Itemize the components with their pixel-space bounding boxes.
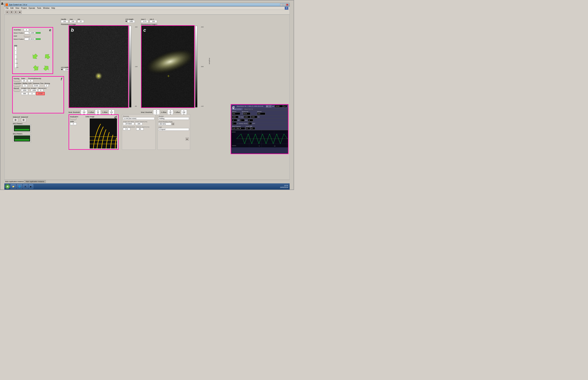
arrow-downright[interactable] <box>43 65 50 71</box>
exposure-value[interactable]: 0.033 <box>33 84 40 87</box>
db2-val[interactable]: -3 <box>248 119 253 121</box>
time-date: 13:31 15/03/2018 <box>280 185 289 188</box>
db3-val[interactable]: 0 <box>232 122 237 125</box>
sec-value[interactable]: 44100 <box>275 105 283 107</box>
db1-val[interactable]: -3 <box>232 119 237 121</box>
path-btn[interactable]: ▶ <box>185 138 189 140</box>
toolbar-stop-btn[interactable]: ■ <box>18 11 22 14</box>
max2-value[interactable]: 1170 <box>141 20 148 23</box>
wave1-type[interactable]: sine <box>232 113 240 115</box>
max-value[interactable]: 249 <box>70 20 76 23</box>
arrow-upright[interactable] <box>43 53 50 59</box>
amplitude-label-c: Amplitude <box>209 58 210 64</box>
scan-step-label: ScanStep <box>14 29 23 31</box>
des-val[interactable]: 0 <box>240 119 244 121</box>
taskbar-btn-3[interactable]: ⚙ <box>23 184 28 189</box>
motor2-value[interactable]: 20.9033 <box>24 38 35 40</box>
binalization-btn[interactable] <box>70 118 77 120</box>
bandlimit-value[interactable]: None <box>243 113 250 115</box>
level1[interactable]: 1C <box>246 127 250 130</box>
level2[interactable]: 2C <box>250 127 255 130</box>
aoi-height-value[interactable]: 1080 <box>127 20 135 23</box>
fluorescence2-title: Fluorescence Image 2 <box>141 23 157 25</box>
fluorescence-title: Fluorescence Image <box>61 23 76 25</box>
homing-btn[interactable] <box>14 79 20 82</box>
shutter-label: Shutter <box>159 115 189 117</box>
start-btn[interactable]: ⊞ <box>5 184 10 189</box>
taskbar-btn-2[interactable]: 🌐 <box>17 184 22 189</box>
freq2-value[interactable]: 1000 <box>251 116 257 118</box>
wave1-label: Wave1 <box>232 111 241 113</box>
pixel-readout-expand[interactable]: ⊞ <box>172 123 174 125</box>
wg-icon2[interactable]: □ <box>269 105 271 107</box>
ratio-value[interactable]: 10 <box>21 79 27 82</box>
motor1-value[interactable]: 72.1686 <box>24 32 35 34</box>
record-btn[interactable] <box>14 89 20 92</box>
slider-val-6: 0.0001 <box>15 67 16 68</box>
acquisition-btn[interactable] <box>14 84 20 87</box>
toolbar-back-btn[interactable]: ⬅ <box>5 11 9 14</box>
preamp-dropdown[interactable]: 11-bit (low noise) <box>123 117 154 120</box>
none-checkbox[interactable]: □ <box>242 113 243 114</box>
arrow-upleft[interactable] <box>32 53 39 59</box>
scan-step-value[interactable]: 0 <box>24 29 29 31</box>
app-title: Zyla Control ver. 2.6.vi <box>9 4 27 6</box>
lch-rch-select[interactable]: Lch + Rch ▼ <box>232 127 245 130</box>
display-cycle-value[interactable]: 5 <box>22 84 28 87</box>
motor2-bar <box>36 38 41 40</box>
status-tab[interactable]: Main Application Instance <box>24 180 46 183</box>
bar-label: Bar <box>241 116 243 118</box>
path-value[interactable]: D:\spool <box>159 128 189 131</box>
db-label1: dB <box>238 119 239 121</box>
toolbar-run-btn[interactable]: ⚙ <box>10 11 13 14</box>
sa-value[interactable]: 1000 <box>244 116 250 118</box>
menu-window[interactable]: Window <box>43 7 49 9</box>
menu-project[interactable]: Project <box>21 7 27 9</box>
delta-image-title: Delta Image <box>85 116 94 118</box>
pixel-readout-label: Pixel Readout Rate <box>159 121 189 123</box>
preamp-label: PreAmp <box>123 115 154 117</box>
maximize-btn[interactable]: □ <box>283 4 286 6</box>
images-value[interactable]: 1000 <box>31 89 38 92</box>
wavegene-db-row: -3 dB 0 des -3 <box>231 119 288 122</box>
moter1ref-icon[interactable]: ⚙ <box>13 118 18 122</box>
slider-val-3: 0.1 <box>15 54 16 55</box>
min-value[interactable]: 23 <box>78 20 84 23</box>
help-badge[interactable]: ? <box>285 7 288 10</box>
slider-handle[interactable] <box>14 45 17 46</box>
menu-edit[interactable]: Edit <box>10 7 14 9</box>
menu-file[interactable]: File <box>6 7 9 9</box>
delta-value[interactable]: 0 <box>70 122 77 125</box>
svg-marker-2 <box>32 65 39 71</box>
handle-value[interactable]: 102 <box>61 20 68 23</box>
taskbar-btn-1[interactable]: 📁 <box>11 184 16 189</box>
close-btn[interactable]: ✕ <box>286 4 288 6</box>
arrow-downleft[interactable] <box>32 65 39 71</box>
threshold-value[interactable]: 0 <box>28 79 33 82</box>
wave2-type[interactable]: sine <box>257 113 265 115</box>
wg-icon1[interactable]: ▶ <box>266 105 268 107</box>
wg-num[interactable]: 16 <box>283 105 287 107</box>
interval-value[interactable]: 0 <box>38 89 43 92</box>
menu-help[interactable]: Help <box>51 7 55 9</box>
taskbar-btn-4[interactable]: ▶ <box>29 184 33 189</box>
moter2ref-icon[interactable]: ⚙ <box>21 118 26 122</box>
freq1-value[interactable]: 1000 <box>232 116 238 118</box>
scan-btn[interactable] <box>24 35 30 37</box>
min2-value[interactable]: 108 <box>150 20 157 23</box>
stop-button[interactable]: STOP <box>36 92 45 95</box>
svg-text:5: 5 <box>259 145 260 147</box>
images-total-value[interactable]: 1000 <box>21 89 28 92</box>
tab-wave5678[interactable]: Wave 5,6,7,8 <box>243 108 255 110</box>
y-offset-label2: Y offset <box>174 111 180 113</box>
binning-value[interactable]: 2 <box>44 84 49 87</box>
toolbar: ⬅ ⚙ ⏸ ■ <box>4 10 290 15</box>
menu-view[interactable]: View <box>15 7 19 9</box>
menu-operate[interactable]: Operate <box>29 7 35 9</box>
menu-tools[interactable]: Tools <box>37 7 41 9</box>
window-controls: ─ □ ✕ <box>280 4 288 6</box>
minimize-btn[interactable]: ─ <box>280 4 283 6</box>
panel-f-label: f <box>61 77 62 81</box>
gate-val[interactable]: 0 <box>248 122 252 125</box>
toolbar-pause-btn[interactable]: ⏸ <box>14 11 18 14</box>
